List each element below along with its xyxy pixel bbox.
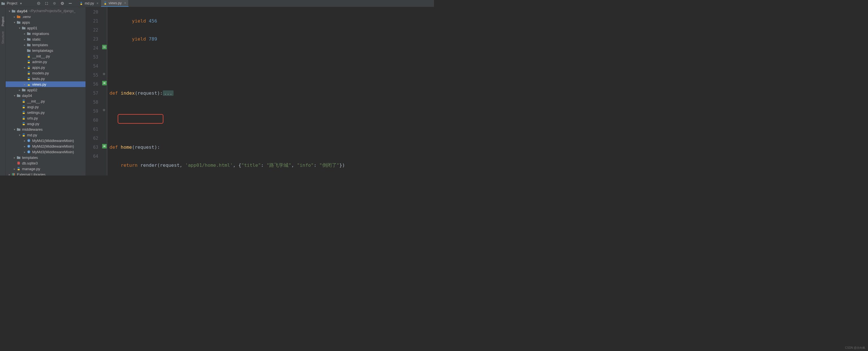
tree-item[interactable]: ▸ C MyMd3(MiddlewareMixin) — [6, 149, 86, 155]
fold-icon[interactable]: ⊖ — [103, 72, 105, 76]
chevron-right-icon[interactable]: ▸ — [23, 83, 27, 86]
svg-point-9 — [18, 162, 20, 163]
chevron-down-icon[interactable]: ▾ — [12, 128, 17, 131]
tree-item[interactable]: __init__.py — [6, 53, 86, 59]
tree-item[interactable]: wsgi.py — [6, 121, 86, 127]
tree-item[interactable]: ▸ External Libraries — [6, 172, 86, 176]
tree-item[interactable]: ▸ templates — [6, 155, 86, 160]
chevron-right-icon[interactable]: ▸ — [12, 15, 17, 18]
python-file-icon — [22, 99, 26, 103]
chevron-right-icon[interactable]: ▸ — [23, 150, 27, 153]
hide-icon[interactable] — [68, 1, 72, 6]
chevron-down-icon[interactable]: ▾ — [12, 94, 17, 97]
tree-item[interactable]: settings.py — [6, 110, 86, 115]
expand-icon[interactable] — [44, 1, 49, 6]
tree-item[interactable]: ▾ apps — [6, 20, 86, 25]
svg-rect-2 — [69, 3, 72, 4]
folder-icon — [27, 42, 31, 47]
chevron-right-icon[interactable]: ▸ — [23, 32, 27, 35]
project-tree[interactable]: ▾ day04 ~/PycharmProjects/5x_django_ ▸ .… — [6, 7, 86, 176]
python-file-icon — [22, 110, 26, 115]
chevron-down-icon[interactable]: ▾ — [18, 27, 22, 30]
tree-item[interactable]: ▸ .venv — [6, 14, 86, 20]
tree-item[interactable]: models.py — [6, 70, 86, 76]
tree-item[interactable]: tests.py — [6, 76, 86, 81]
python-file-icon — [103, 1, 107, 5]
python-file-icon — [22, 116, 26, 120]
svg-text:C: C — [28, 145, 30, 148]
close-icon[interactable]: × — [96, 1, 98, 5]
tree-item[interactable]: ▸ C MyMd2(MiddlewareMixin) — [6, 143, 86, 149]
chevron-right-icon[interactable]: ▸ — [18, 89, 22, 92]
tab-md-py[interactable]: md.py × — [77, 0, 101, 7]
tree-root[interactable]: ▾ day04 ~/PycharmProjects/5x_django_ — [6, 8, 86, 14]
project-tool-button[interactable]: Project — [1, 15, 4, 27]
svg-text:C: C — [28, 151, 30, 153]
html-marker-icon: H — [102, 81, 107, 85]
tree-item[interactable]: ▸ apps.py — [6, 65, 86, 70]
python-file-icon — [27, 60, 31, 64]
svg-point-1 — [38, 3, 39, 4]
folder-icon — [22, 87, 26, 92]
folder-icon — [17, 127, 21, 132]
folder-icon — [17, 14, 21, 19]
code-editor[interactable]: 202122 232453 545556 575859 606162 6364 … — [86, 7, 434, 176]
tree-item[interactable]: ▾ middlewares — [6, 127, 86, 132]
python-file-icon — [22, 121, 26, 126]
tree-item[interactable]: ▸ migrations — [6, 31, 86, 36]
project-dropdown[interactable]: Project — [7, 1, 17, 5]
folder-icon — [27, 48, 31, 53]
folder-icon — [22, 26, 26, 30]
chevron-right-icon[interactable]: ▸ — [23, 43, 27, 46]
toolbar: Project ▼ md.py × views.py × — [0, 0, 434, 7]
svg-rect-10 — [12, 173, 13, 176]
tree-item[interactable]: ▸ C MyMd1(MiddlewareMixin) — [6, 138, 86, 143]
target-icon[interactable] — [36, 1, 41, 6]
tree-item[interactable]: ▸ app02 — [6, 87, 86, 93]
structure-tool-button[interactable]: Structure — [1, 30, 4, 45]
tree-item[interactable]: __init__.py — [6, 98, 86, 104]
collapse-icon[interactable] — [52, 1, 57, 6]
tree-item[interactable]: ▾ day04 — [6, 93, 86, 98]
chevron-down-icon[interactable]: ▾ — [7, 9, 11, 13]
code-area[interactable]: yield 456 yield 789 def index(request):.… — [107, 7, 434, 176]
chevron-right-icon[interactable]: ▸ — [23, 38, 27, 41]
chevron-right-icon[interactable]: ▸ — [23, 66, 27, 69]
marker-column: H ⊕ ⊖ H ⊖ H — [101, 7, 107, 176]
tree-item[interactable]: ▸ static — [6, 36, 86, 42]
tree-item-selected[interactable]: ▸ views.py — [6, 81, 86, 87]
tab-views-py[interactable]: views.py × — [101, 0, 129, 7]
tree-item[interactable]: asgi.py — [6, 104, 86, 110]
close-icon[interactable]: × — [124, 1, 126, 5]
tree-item[interactable]: ▸ templates — [6, 42, 86, 47]
tree-item[interactable]: db.sqlite3 — [6, 160, 86, 166]
tree-item[interactable]: ▸ manage.py — [6, 166, 86, 172]
database-icon — [17, 161, 21, 165]
tree-item[interactable]: ▾ app01 — [6, 25, 86, 31]
chevron-down-icon[interactable]: ▾ — [12, 21, 17, 24]
chevron-right-icon[interactable]: ▸ — [12, 167, 17, 170]
tree-item[interactable]: ▾ md.py — [6, 132, 86, 138]
folder-icon — [11, 9, 16, 13]
fold-icon[interactable]: ⊕ — [103, 45, 105, 49]
folder-icon — [27, 31, 31, 36]
chevron-right-icon[interactable]: ▸ — [12, 156, 17, 159]
tree-item[interactable]: admin.py — [6, 59, 86, 65]
python-file-icon — [27, 76, 31, 81]
chevron-right-icon[interactable]: ▸ — [23, 139, 27, 142]
chevron-right-icon[interactable]: ▸ — [7, 173, 11, 176]
fold-icon[interactable]: ⊖ — [103, 108, 105, 112]
gear-icon[interactable] — [60, 1, 65, 6]
html-marker-icon: H — [102, 144, 107, 148]
tree-item[interactable]: templatetags — [6, 47, 86, 53]
editor-tabs: md.py × views.py × — [77, 0, 129, 7]
tool-window-bar: Project Structure — [0, 7, 6, 176]
python-file-icon — [27, 65, 31, 70]
folder-icon — [17, 20, 21, 25]
chevron-right-icon[interactable]: ▸ — [23, 145, 27, 148]
python-file-icon — [27, 54, 31, 58]
chevron-down-icon[interactable]: ▾ — [18, 134, 22, 137]
tree-item[interactable]: urls.py — [6, 115, 86, 121]
chevron-down-icon: ▼ — [20, 2, 22, 5]
python-file-icon — [79, 1, 83, 5]
